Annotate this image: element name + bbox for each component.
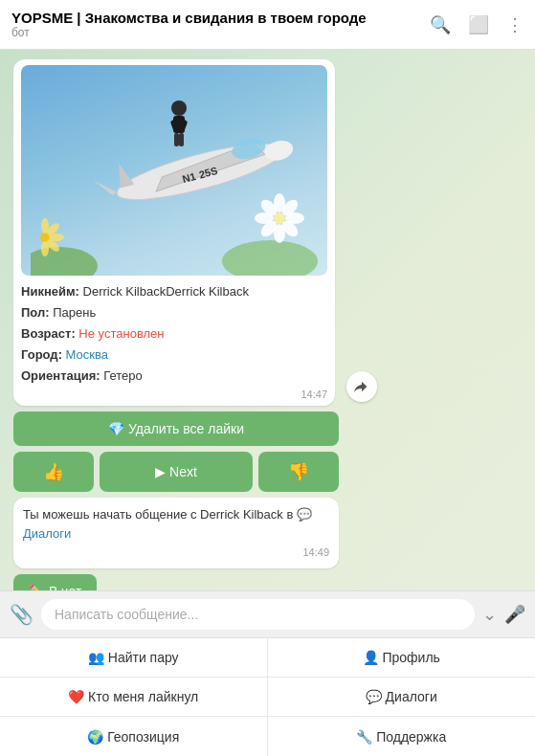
svg-marker-2 (94, 175, 117, 198)
age-value: Не установлен (78, 326, 164, 341)
header-info: YOPSME | Знакомства и свидания в твоем г… (11, 10, 430, 39)
plane-scene: N1 25S (21, 65, 327, 276)
support-button[interactable]: 🔧 Поддержка (268, 717, 536, 756)
profile-info: Никнейм: Derrick KilbackDerrick Kilback … (21, 281, 327, 387)
next-label: ▶ Next (155, 464, 197, 479)
gender-label: Пол: (21, 305, 50, 320)
geo-button[interactable]: 🌍 Геопозиция (0, 717, 268, 756)
chat-notification-bubble: Ты можешь начать общение с Derrick Kilba… (13, 498, 339, 568)
profile-bubble: N1 25S (13, 59, 335, 406)
nickname-val: Derrick Kilback (166, 284, 249, 299)
mic-icon[interactable]: 🎤 (504, 604, 525, 625)
action-row: 👍 ▶ Next 👎 (13, 452, 339, 492)
age-row: Возраст: Не установлен (21, 323, 327, 345)
svg-marker-3 (114, 162, 134, 189)
chat-msg-time: 14:49 (23, 545, 329, 561)
chat-button[interactable]: ✏️ В чат (13, 574, 97, 590)
message-input[interactable] (41, 599, 475, 630)
chat-btn-row: ✏️ В чат (13, 574, 97, 590)
expand-icon[interactable]: ⌄ (482, 604, 497, 625)
find-pair-button[interactable]: 👥 Найти пару (0, 638, 268, 678)
city-value: Москва (66, 347, 108, 362)
attach-icon[interactable]: 📎 (10, 603, 33, 626)
profile-button[interactable]: 👤 Профиль (268, 638, 536, 678)
svg-rect-13 (179, 133, 184, 146)
svg-point-15 (222, 240, 318, 276)
gender-row: Пол: Парень (21, 302, 327, 323)
profile-image: N1 25S (21, 65, 327, 276)
svg-point-8 (171, 100, 187, 116)
city-row: Город: Москва (21, 345, 327, 366)
input-right-icons: ⌄ 🎤 (482, 604, 525, 625)
chat-area: N1 25S (0, 50, 535, 590)
next-button[interactable]: ▶ Next (100, 452, 253, 492)
nickname-value: Derrick Kilback (83, 284, 167, 299)
nickname-row: Никнейм: Derrick KilbackDerrick Kilback (21, 281, 327, 302)
thumb-up-button[interactable]: 👍 (13, 452, 94, 492)
bottom-nav: 👥 Найти пару 👤 Профиль ❤️ Кто меня лайкн… (0, 637, 535, 756)
profile-time: 14:47 (21, 389, 327, 400)
city-label: Город: (21, 347, 62, 362)
layout-icon[interactable]: ⬜ (468, 14, 489, 35)
profile-card-wrapper: N1 25S (13, 59, 335, 406)
header-icons: 🔍 ⬜ ⋮ (430, 14, 524, 35)
search-icon[interactable]: 🔍 (430, 14, 451, 35)
who-liked-button[interactable]: ❤️ Кто меня лайкнул (0, 678, 268, 717)
orientation-value: Гетеро (103, 368, 142, 383)
menu-icon[interactable]: ⋮ (506, 14, 524, 35)
input-area: 📎 ⌄ 🎤 (0, 590, 535, 637)
delete-likes-button[interactable]: 💎 Удалить все лайки (13, 411, 339, 446)
gender-value: Парень (53, 305, 96, 320)
header-subtitle: бот (11, 26, 430, 39)
age-label: Возраст: (21, 326, 76, 341)
thumb-down-button[interactable]: 👎 (258, 452, 339, 492)
orientation-label: Ориентация: (21, 368, 100, 383)
dialogs-button[interactable]: 💬 Диалоги (268, 678, 536, 717)
svg-point-30 (41, 241, 49, 256)
header-title: YOPSME | Знакомства и свидания в твоем г… (11, 10, 430, 26)
chat-msg-text-before: Ты можешь начать общение с Derrick Kilba… (23, 507, 293, 522)
header: YOPSME | Знакомства и свидания в твоем г… (0, 0, 535, 50)
nickname-label: Никнейм: (21, 284, 79, 299)
orientation-row: Ориентация: Гетеро (21, 366, 327, 387)
svg-rect-12 (174, 133, 179, 146)
forward-button[interactable] (346, 371, 377, 402)
svg-point-14 (31, 247, 98, 276)
